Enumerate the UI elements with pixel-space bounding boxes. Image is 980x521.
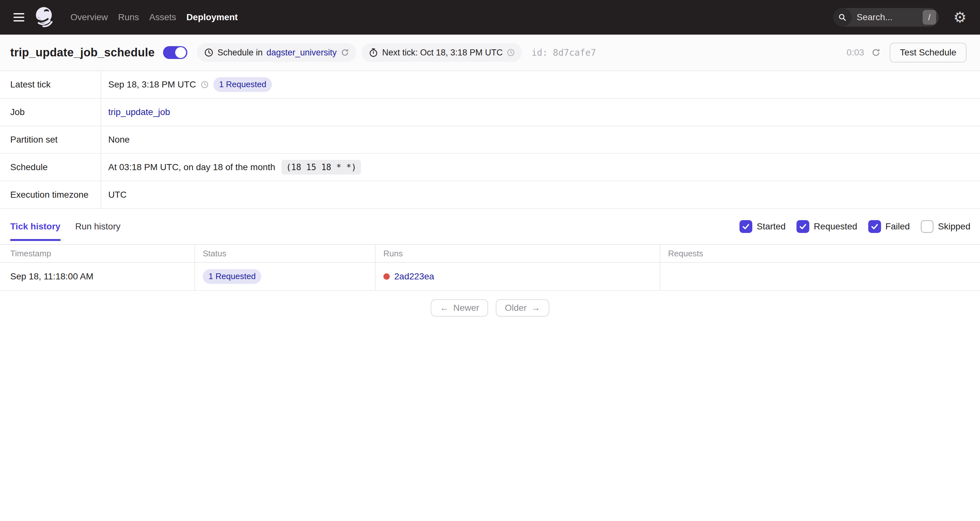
column-header-status: Status (195, 245, 375, 262)
schedule-location-tag: Schedule in dagster_university (197, 43, 356, 62)
table-header-row: Timestamp Status Runs Requests (0, 245, 980, 263)
meta-label: Schedule (0, 154, 101, 181)
meta-row-schedule: Schedule At 03:18 PM UTC, on day 18 of t… (0, 154, 980, 182)
older-button[interactable]: Older → (496, 299, 549, 317)
hamburger-menu-icon[interactable] (13, 13, 24, 21)
history-section: Tick history Run history Started Request… (0, 209, 980, 317)
schedule-location-text: Schedule in (218, 48, 262, 58)
table-row: Sep 18, 11:18:00 AM 1 Requested 2ad223ea (0, 263, 980, 291)
checkbox-checked-icon[interactable] (868, 220, 881, 233)
tab-tick-history[interactable]: Tick history (10, 209, 60, 244)
status-badge: 1 Requested (213, 77, 272, 92)
schedule-id-label: id: (531, 48, 548, 58)
column-header-runs: Runs (375, 245, 660, 262)
gear-icon[interactable]: ⚙ (953, 10, 967, 25)
nav-item-overview[interactable]: Overview (70, 12, 108, 22)
tick-history-table: Timestamp Status Runs Requests Sep 18, 1… (0, 244, 980, 291)
stopwatch-icon (369, 48, 378, 57)
arrow-right-icon: → (531, 303, 540, 313)
newer-button[interactable]: ← Newer (431, 299, 488, 317)
column-header-timestamp: Timestamp (0, 245, 195, 262)
meta-row-execution-timezone: Execution timezone UTC (0, 182, 980, 209)
column-header-requests: Requests (660, 245, 980, 262)
newer-label: Newer (453, 303, 479, 313)
search-input[interactable] (857, 12, 905, 22)
timezone-value: UTC (108, 190, 127, 200)
meta-row-partition-set: Partition set None (0, 126, 980, 154)
pagination: ← Newer Older → (0, 299, 980, 317)
clock-icon (204, 48, 214, 57)
tick-requests (660, 263, 980, 290)
schedule-description: At 03:18 PM UTC, on day 18 of the month (108, 162, 275, 172)
code-location-link[interactable]: dagster_university (266, 48, 337, 58)
meta-label: Latest tick (0, 71, 101, 98)
nav-item-assets[interactable]: Assets (149, 12, 176, 22)
checkbox-checked-icon[interactable] (740, 220, 752, 233)
schedule-id-value: 8d7cafe7 (553, 48, 596, 58)
status-badge: 1 Requested (203, 269, 261, 284)
history-tabs-bar: Tick history Run history Started Request… (0, 209, 980, 244)
status-filters: Started Requested Failed Skipped (740, 220, 970, 233)
top-nav: Overview Runs Assets Deployment / ⚙ (0, 0, 980, 35)
small-clock-icon (200, 80, 209, 89)
filter-label: Started (757, 221, 786, 232)
cron-expression: (18 15 18 * *) (282, 160, 361, 175)
filter-label: Requested (814, 221, 857, 232)
search-box[interactable]: / (833, 8, 939, 27)
refresh-countdown: 0:03 (847, 48, 864, 58)
next-tick-text: Next tick: Oct 18, 3:18 PM UTC (382, 48, 503, 58)
search-shortcut-key: / (923, 10, 936, 25)
small-clock-icon (507, 48, 515, 57)
next-tick-tag: Next tick: Oct 18, 3:18 PM UTC (361, 43, 522, 62)
search-icon (833, 8, 851, 27)
dagster-logo-icon[interactable] (34, 7, 55, 28)
meta-row-latest-tick: Latest tick Sep 18, 3:18 PM UTC 1 Reques… (0, 71, 980, 99)
run-link[interactable]: 2ad223ea (394, 271, 434, 282)
filter-label: Failed (886, 221, 910, 232)
run-failed-dot-icon (383, 273, 390, 280)
latest-tick-timestamp: Sep 18, 3:18 PM UTC (108, 80, 196, 90)
page-title: trip_update_job_schedule (10, 46, 155, 59)
schedule-id: id: 8d7cafe7 (531, 48, 596, 58)
tab-run-history[interactable]: Run history (75, 209, 121, 244)
schedule-toggle[interactable] (163, 46, 187, 59)
filter-started[interactable]: Started (740, 220, 786, 233)
nav-item-deployment[interactable]: Deployment (186, 12, 238, 22)
older-label: Older (505, 303, 527, 313)
reload-location-icon[interactable] (340, 48, 349, 57)
nav-item-runs[interactable]: Runs (118, 12, 139, 22)
meta-label: Job (0, 99, 101, 126)
test-schedule-button[interactable]: Test Schedule (890, 43, 967, 62)
filter-failed[interactable]: Failed (868, 220, 910, 233)
page-header: trip_update_job_schedule Schedule in dag… (0, 35, 980, 71)
checkbox-unchecked-icon[interactable] (921, 220, 934, 233)
filter-skipped[interactable]: Skipped (921, 220, 970, 233)
refresh-icon[interactable] (871, 48, 881, 57)
job-link[interactable]: trip_update_job (108, 107, 170, 117)
filter-label: Skipped (938, 221, 970, 232)
arrow-left-icon: ← (440, 303, 449, 313)
tick-timestamp: Sep 18, 11:18:00 AM (0, 263, 195, 290)
meta-label: Partition set (0, 126, 101, 153)
checkbox-checked-icon[interactable] (797, 220, 809, 233)
meta-row-job: Job trip_update_job (0, 99, 980, 126)
schedule-details: Latest tick Sep 18, 3:18 PM UTC 1 Reques… (0, 71, 980, 209)
primary-nav: Overview Runs Assets Deployment (70, 12, 238, 22)
filter-requested[interactable]: Requested (797, 220, 857, 233)
meta-label: Execution timezone (0, 182, 101, 208)
partition-set-value: None (108, 135, 130, 145)
